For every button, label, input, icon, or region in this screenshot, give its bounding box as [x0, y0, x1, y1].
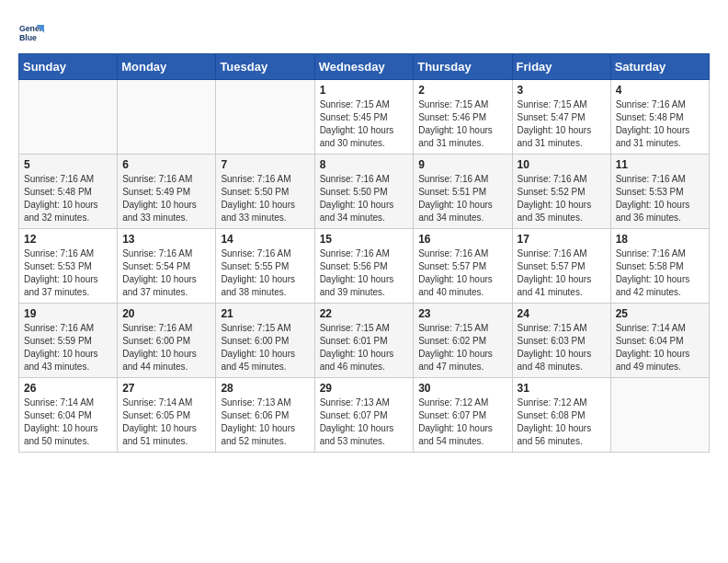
day-info: Sunrise: 7:16 AM Sunset: 5:58 PM Dayligh… [616, 247, 704, 299]
calendar-cell: 19Sunrise: 7:16 AM Sunset: 5:59 PM Dayli… [19, 304, 118, 378]
day-info: Sunrise: 7:16 AM Sunset: 5:56 PM Dayligh… [320, 247, 409, 299]
day-number: 26 [24, 382, 112, 395]
day-number: 4 [616, 84, 704, 97]
calendar-cell: 7Sunrise: 7:16 AM Sunset: 5:50 PM Daylig… [216, 155, 314, 229]
logo: General Blue [18, 18, 48, 44]
day-info: Sunrise: 7:16 AM Sunset: 5:50 PM Dayligh… [221, 173, 309, 224]
day-number: 10 [518, 158, 606, 171]
day-info: Sunrise: 7:16 AM Sunset: 5:57 PM Dayligh… [418, 247, 506, 299]
calendar-cell: 2Sunrise: 7:15 AM Sunset: 5:46 PM Daylig… [414, 80, 512, 155]
calendar-cell: 23Sunrise: 7:15 AM Sunset: 6:02 PM Dayli… [414, 304, 512, 378]
day-info: Sunrise: 7:16 AM Sunset: 5:50 PM Dayligh… [320, 173, 409, 224]
calendar-cell: 1Sunrise: 7:15 AM Sunset: 5:45 PM Daylig… [314, 80, 414, 155]
day-number: 1 [320, 84, 409, 97]
calendar-cell: 31Sunrise: 7:12 AM Sunset: 6:08 PM Dayli… [512, 378, 610, 453]
weekday-header-wednesday: Wednesday [314, 54, 414, 80]
calendar-cell [19, 80, 118, 155]
calendar-cell: 14Sunrise: 7:16 AM Sunset: 5:55 PM Dayli… [216, 229, 314, 304]
day-info: Sunrise: 7:16 AM Sunset: 5:51 PM Dayligh… [418, 173, 506, 224]
calendar-cell: 29Sunrise: 7:13 AM Sunset: 6:07 PM Dayli… [314, 378, 414, 453]
day-number: 22 [320, 307, 409, 320]
day-info: Sunrise: 7:14 AM Sunset: 6:04 PM Dayligh… [616, 322, 704, 373]
day-info: Sunrise: 7:12 AM Sunset: 6:07 PM Dayligh… [418, 396, 506, 448]
day-number: 19 [24, 307, 112, 320]
weekday-header-monday: Monday [118, 54, 216, 80]
calendar-cell: 21Sunrise: 7:15 AM Sunset: 6:00 PM Dayli… [216, 304, 314, 378]
day-info: Sunrise: 7:16 AM Sunset: 5:48 PM Dayligh… [616, 98, 704, 150]
day-info: Sunrise: 7:15 AM Sunset: 6:02 PM Dayligh… [418, 322, 506, 373]
day-info: Sunrise: 7:16 AM Sunset: 6:00 PM Dayligh… [122, 322, 210, 373]
calendar-cell [118, 80, 216, 155]
calendar-cell: 17Sunrise: 7:16 AM Sunset: 5:57 PM Dayli… [512, 229, 610, 304]
week-row-1: 1Sunrise: 7:15 AM Sunset: 5:45 PM Daylig… [19, 80, 710, 155]
day-number: 3 [518, 84, 606, 97]
week-row-5: 26Sunrise: 7:14 AM Sunset: 6:04 PM Dayli… [19, 378, 710, 453]
day-number: 17 [518, 233, 606, 246]
weekday-header-sunday: Sunday [19, 54, 118, 80]
calendar-cell [610, 378, 709, 453]
weekday-header-row: SundayMondayTuesdayWednesdayThursdayFrid… [19, 54, 710, 80]
day-info: Sunrise: 7:16 AM Sunset: 5:55 PM Dayligh… [221, 247, 309, 299]
day-number: 12 [24, 233, 112, 246]
day-info: Sunrise: 7:15 AM Sunset: 5:45 PM Dayligh… [320, 98, 409, 150]
calendar-cell: 16Sunrise: 7:16 AM Sunset: 5:57 PM Dayli… [414, 229, 512, 304]
calendar-cell: 9Sunrise: 7:16 AM Sunset: 5:51 PM Daylig… [414, 155, 512, 229]
day-number: 21 [221, 307, 309, 320]
day-number: 16 [418, 233, 506, 246]
day-info: Sunrise: 7:16 AM Sunset: 5:59 PM Dayligh… [24, 322, 112, 373]
day-info: Sunrise: 7:13 AM Sunset: 6:07 PM Dayligh… [320, 396, 409, 448]
day-info: Sunrise: 7:15 AM Sunset: 6:03 PM Dayligh… [518, 322, 606, 373]
day-number: 24 [518, 307, 606, 320]
calendar-cell: 24Sunrise: 7:15 AM Sunset: 6:03 PM Dayli… [512, 304, 610, 378]
day-info: Sunrise: 7:15 AM Sunset: 6:00 PM Dayligh… [221, 322, 309, 373]
day-number: 14 [221, 233, 309, 246]
logo-icon: General Blue [18, 18, 44, 44]
day-number: 11 [616, 158, 704, 171]
day-number: 5 [24, 158, 112, 171]
calendar-cell: 20Sunrise: 7:16 AM Sunset: 6:00 PM Dayli… [118, 304, 216, 378]
day-info: Sunrise: 7:12 AM Sunset: 6:08 PM Dayligh… [518, 396, 606, 448]
day-info: Sunrise: 7:14 AM Sunset: 6:05 PM Dayligh… [122, 396, 210, 448]
calendar-cell: 10Sunrise: 7:16 AM Sunset: 5:52 PM Dayli… [512, 155, 610, 229]
week-row-2: 5Sunrise: 7:16 AM Sunset: 5:48 PM Daylig… [19, 155, 710, 229]
day-number: 18 [616, 233, 704, 246]
calendar-cell: 3Sunrise: 7:15 AM Sunset: 5:47 PM Daylig… [512, 80, 610, 155]
calendar-cell: 12Sunrise: 7:16 AM Sunset: 5:53 PM Dayli… [19, 229, 118, 304]
day-number: 7 [221, 158, 309, 171]
calendar-cell: 28Sunrise: 7:13 AM Sunset: 6:06 PM Dayli… [216, 378, 314, 453]
page-header: General Blue [18, 18, 710, 44]
day-info: Sunrise: 7:16 AM Sunset: 5:53 PM Dayligh… [24, 247, 112, 299]
day-number: 23 [418, 307, 506, 320]
calendar-cell [216, 80, 314, 155]
day-info: Sunrise: 7:16 AM Sunset: 5:54 PM Dayligh… [122, 247, 210, 299]
day-info: Sunrise: 7:16 AM Sunset: 5:52 PM Dayligh… [518, 173, 606, 224]
calendar-cell: 11Sunrise: 7:16 AM Sunset: 5:53 PM Dayli… [610, 155, 709, 229]
calendar-cell: 18Sunrise: 7:16 AM Sunset: 5:58 PM Dayli… [610, 229, 709, 304]
calendar-cell: 26Sunrise: 7:14 AM Sunset: 6:04 PM Dayli… [19, 378, 118, 453]
week-row-4: 19Sunrise: 7:16 AM Sunset: 5:59 PM Dayli… [19, 304, 710, 378]
calendar-cell: 8Sunrise: 7:16 AM Sunset: 5:50 PM Daylig… [314, 155, 414, 229]
weekday-header-saturday: Saturday [610, 54, 709, 80]
week-row-3: 12Sunrise: 7:16 AM Sunset: 5:53 PM Dayli… [19, 229, 710, 304]
day-number: 6 [122, 158, 210, 171]
day-info: Sunrise: 7:16 AM Sunset: 5:48 PM Dayligh… [24, 173, 112, 224]
day-info: Sunrise: 7:16 AM Sunset: 5:49 PM Dayligh… [122, 173, 210, 224]
calendar-cell: 15Sunrise: 7:16 AM Sunset: 5:56 PM Dayli… [314, 229, 414, 304]
calendar-cell: 4Sunrise: 7:16 AM Sunset: 5:48 PM Daylig… [610, 80, 709, 155]
day-number: 31 [518, 382, 606, 395]
day-number: 9 [418, 158, 506, 171]
calendar: SundayMondayTuesdayWednesdayThursdayFrid… [18, 53, 710, 453]
weekday-header-tuesday: Tuesday [216, 54, 314, 80]
day-number: 15 [320, 233, 409, 246]
calendar-cell: 6Sunrise: 7:16 AM Sunset: 5:49 PM Daylig… [118, 155, 216, 229]
weekday-header-thursday: Thursday [414, 54, 512, 80]
calendar-cell: 22Sunrise: 7:15 AM Sunset: 6:01 PM Dayli… [314, 304, 414, 378]
calendar-cell: 30Sunrise: 7:12 AM Sunset: 6:07 PM Dayli… [414, 378, 512, 453]
day-number: 28 [221, 382, 309, 395]
calendar-cell: 5Sunrise: 7:16 AM Sunset: 5:48 PM Daylig… [19, 155, 118, 229]
day-info: Sunrise: 7:13 AM Sunset: 6:06 PM Dayligh… [221, 396, 309, 448]
day-number: 20 [122, 307, 210, 320]
day-number: 30 [418, 382, 506, 395]
calendar-cell: 27Sunrise: 7:14 AM Sunset: 6:05 PM Dayli… [118, 378, 216, 453]
calendar-cell: 25Sunrise: 7:14 AM Sunset: 6:04 PM Dayli… [610, 304, 709, 378]
